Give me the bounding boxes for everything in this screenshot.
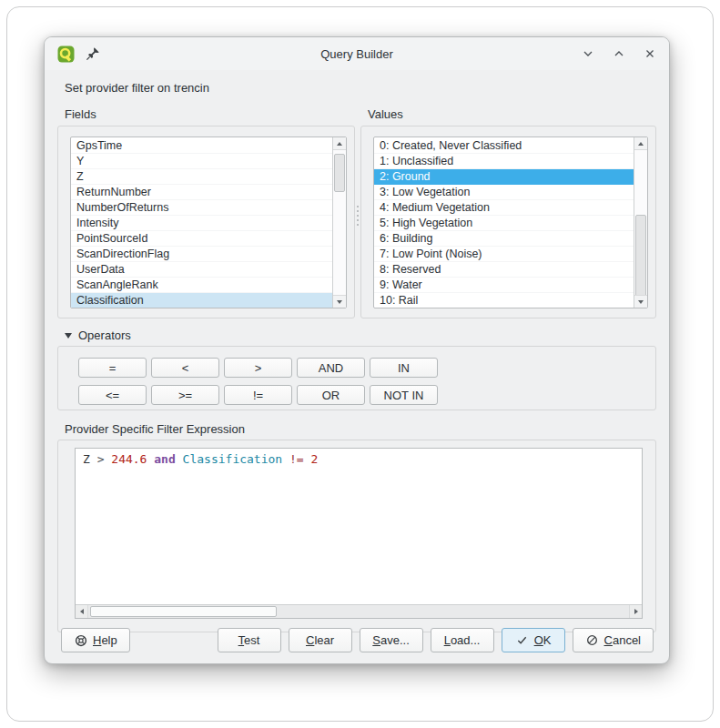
scroll-down-icon[interactable] <box>634 295 647 308</box>
operator-button[interactable]: != <box>224 385 292 405</box>
values-listbox: 0: Created, Never Classified1: Unclassif… <box>373 136 648 308</box>
list-item[interactable]: 8: Reserved <box>374 262 634 278</box>
save-button[interactable]: Save... <box>360 628 423 652</box>
operators-row-2: <=>=!=ORNOT IN <box>78 385 655 405</box>
list-item[interactable]: 6: Building <box>374 231 634 247</box>
maximize-window-icon[interactable] <box>613 47 625 60</box>
list-item[interactable]: 3: Low Vegetation <box>374 185 634 200</box>
operator-button[interactable]: OR <box>297 385 365 405</box>
list-item[interactable]: 4: Medium Vegetation <box>374 200 634 216</box>
values-frame: 0: Created, Never Classified1: Unclassif… <box>360 126 656 318</box>
fields-scrollbar[interactable] <box>332 137 346 308</box>
help-button[interactable]: Help <box>61 628 130 652</box>
title-bar[interactable]: Query Builder <box>45 37 669 70</box>
fields-panel: Fields GpsTimeYZReturnNumberNumberOfRetu… <box>57 107 355 318</box>
qgis-logo-icon <box>57 46 75 63</box>
operator-button[interactable]: > <box>224 358 292 378</box>
list-item[interactable]: NumberOfReturns <box>71 200 332 216</box>
values-label: Values <box>368 107 656 121</box>
editor-horizontal-scrollbar[interactable] <box>76 604 642 618</box>
values-panel: Values 0: Created, Never Classified1: Un… <box>360 107 656 318</box>
filter-expression-editor[interactable]: Z > 244.6 and Classification != 2 <box>75 448 643 619</box>
clear-button-label: Clear <box>306 633 334 647</box>
scrollbar-thumb[interactable] <box>90 606 277 617</box>
fields-listbox: GpsTimeYZReturnNumberNumberOfReturnsInte… <box>70 136 347 308</box>
operator-button[interactable]: AND <box>297 358 365 378</box>
save-button-label: Save... <box>372 633 409 647</box>
dialog-button-box: Help Test Clear Save... Load... OK <box>61 628 654 652</box>
chevron-down-icon <box>65 333 72 339</box>
fields-frame: GpsTimeYZReturnNumberNumberOfReturnsInte… <box>57 126 355 318</box>
fields-label: Fields <box>65 107 355 121</box>
operator-button[interactable]: >= <box>151 385 219 405</box>
operator-button[interactable]: <= <box>78 385 147 405</box>
ok-button-label: OK <box>534 633 552 647</box>
operators-row-1: =<>ANDIN <box>78 358 655 378</box>
values-scrollbar[interactable] <box>634 137 647 308</box>
window-title: Query Builder <box>45 47 669 61</box>
list-item[interactable]: UserData <box>71 262 332 278</box>
expression-text[interactable]: Z > 244.6 and Classification != 2 <box>76 449 642 466</box>
list-item[interactable]: ScanAngleRank <box>71 278 332 293</box>
operators-label: Operators <box>78 329 131 342</box>
values-list: 0: Created, Never Classified1: Unclassif… <box>374 138 634 308</box>
list-item[interactable]: GpsTime <box>71 138 332 154</box>
list-item[interactable]: 2: Ground <box>374 169 634 185</box>
scrollbar-thumb[interactable] <box>635 215 646 297</box>
check-icon <box>515 633 529 647</box>
filter-expression-frame: Z > 244.6 and Classification != 2 <box>57 440 656 632</box>
list-item[interactable]: 7: Low Point (Noise) <box>374 247 634 262</box>
filter-expression-label: Provider Specific Filter Expression <box>65 422 656 436</box>
operator-button[interactable]: NOT IN <box>370 385 438 405</box>
list-item[interactable]: Intensity <box>71 216 332 231</box>
shade-window-icon[interactable] <box>582 47 594 60</box>
query-builder-dialog: Query Builder Set provider filter on tre… <box>44 36 670 664</box>
scroll-up-icon[interactable] <box>333 137 346 150</box>
load-button-label: Load... <box>444 633 481 647</box>
list-item[interactable]: Y <box>71 154 332 169</box>
cancel-button[interactable]: Cancel <box>573 628 654 652</box>
list-item[interactable]: ScanDirectionFlag <box>71 247 332 262</box>
load-button[interactable]: Load... <box>431 628 494 652</box>
scroll-right-icon[interactable] <box>629 605 642 618</box>
help-icon <box>74 633 87 647</box>
list-item[interactable]: Z <box>71 169 332 185</box>
list-item[interactable]: Classification <box>71 293 332 308</box>
list-item[interactable]: 5: High Vegetation <box>374 216 634 231</box>
ok-button[interactable]: OK <box>502 628 565 652</box>
cancel-button-label: Cancel <box>604 633 641 647</box>
list-item[interactable]: 1: Unclassified <box>374 154 634 169</box>
list-item[interactable]: 9: Water <box>374 278 634 293</box>
list-item[interactable]: 10: Rail <box>374 293 634 308</box>
scrollbar-thumb[interactable] <box>334 154 345 192</box>
scroll-up-icon[interactable] <box>634 137 647 150</box>
scroll-down-icon[interactable] <box>333 295 346 308</box>
test-button[interactable]: Test <box>218 628 281 652</box>
operators-frame: =<>ANDIN <=>=!=ORNOT IN <box>57 346 656 410</box>
clear-button[interactable]: Clear <box>289 628 352 652</box>
provider-filter-subtitle: Set provider filter on trencin <box>65 81 649 95</box>
list-item[interactable]: PointSourceId <box>71 231 332 247</box>
pin-icon[interactable] <box>84 46 101 63</box>
test-button-label: Test <box>238 633 260 647</box>
help-button-label: Help <box>93 633 117 647</box>
operator-button[interactable]: = <box>78 358 147 378</box>
operators-collapse-header[interactable]: Operators <box>65 329 656 342</box>
list-item[interactable]: 0: Created, Never Classified <box>374 138 634 154</box>
list-item[interactable]: ReturnNumber <box>71 185 332 200</box>
fields-list: GpsTimeYZReturnNumberNumberOfReturnsInte… <box>71 138 332 308</box>
operator-button[interactable]: < <box>151 358 219 378</box>
scroll-left-icon[interactable] <box>76 605 88 618</box>
cancel-icon <box>585 633 599 647</box>
close-window-icon[interactable] <box>644 47 656 60</box>
operator-button[interactable]: IN <box>370 358 438 378</box>
